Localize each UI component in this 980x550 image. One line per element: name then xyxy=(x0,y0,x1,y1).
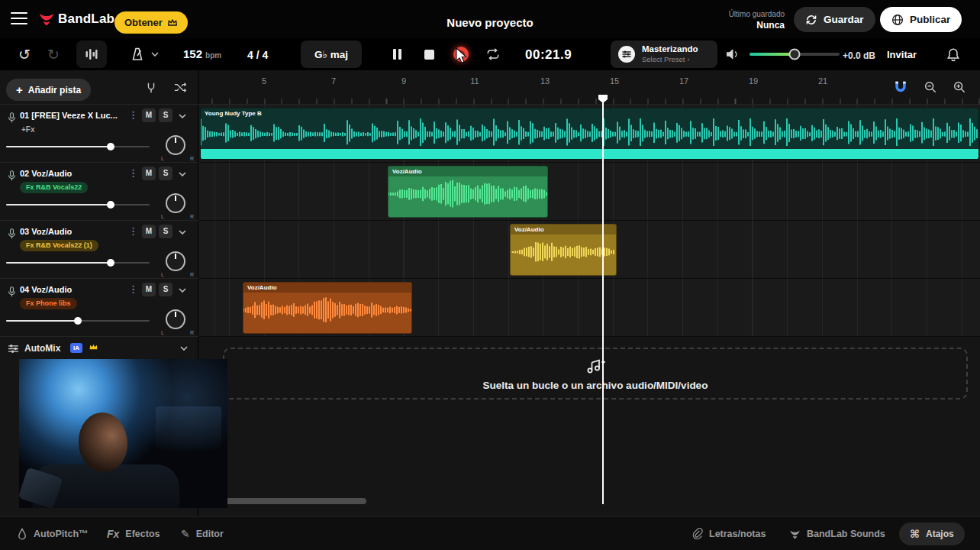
key-signature-value: G♭ maj xyxy=(314,48,348,60)
pan-knob[interactable] xyxy=(166,135,185,155)
track-header[interactable]: 01 [FREE] Veeze X Luc... ⋮ M S +Fx L R xyxy=(0,105,198,163)
bar-number: 11 xyxy=(470,76,479,86)
track-options-icon[interactable]: ⋮ xyxy=(128,283,137,295)
paperclip-icon xyxy=(691,528,703,540)
autopitch-button[interactable]: AutoPitch™ xyxy=(17,517,89,550)
tempo-display[interactable]: 152 bpm xyxy=(183,47,221,60)
bar-number: 17 xyxy=(679,76,688,86)
notifications-button[interactable] xyxy=(946,47,960,62)
effects-button[interactable]: Fx Efectos xyxy=(107,517,160,550)
audio-clip[interactable]: Voz/Audio xyxy=(510,224,617,276)
track-volume-slider[interactable] xyxy=(6,315,150,326)
bar-number: 19 xyxy=(749,76,758,86)
undo-button[interactable]: ↺ xyxy=(11,40,38,68)
track-collapse-icon[interactable] xyxy=(179,230,186,235)
fx-preset-badge[interactable]: Fx R&B Vocals22 (1) xyxy=(20,240,98,251)
metronome-button[interactable] xyxy=(121,40,168,68)
routing-icon[interactable] xyxy=(174,82,187,93)
microphone-icon xyxy=(8,170,16,182)
automix-row[interactable]: AutoMix IA xyxy=(0,337,198,360)
fx-preset-badge[interactable]: Fx R&B Vocals22 xyxy=(20,182,88,193)
solo-button[interactable]: S xyxy=(159,283,172,296)
volume-knob[interactable] xyxy=(789,49,801,60)
mastering-preset: Select Preset › xyxy=(642,55,698,63)
track-options-icon[interactable]: ⋮ xyxy=(128,167,137,179)
add-track-button[interactable]: + Añadir pista xyxy=(6,79,91,101)
mute-button[interactable]: M xyxy=(142,167,156,180)
redo-icon: ↻ xyxy=(47,47,60,62)
key-signature-button[interactable]: G♭ maj xyxy=(301,40,362,68)
horizontal-scrollbar[interactable] xyxy=(221,498,366,504)
shortcuts-button[interactable]: ⌘ Atajos xyxy=(899,522,965,545)
chevron-down-icon[interactable] xyxy=(180,346,188,351)
track-number: 03 xyxy=(20,227,29,236)
metronome-icon xyxy=(130,47,145,62)
speaker-icon[interactable] xyxy=(725,48,740,60)
audio-clip[interactable]: Voz/Audio xyxy=(388,166,548,218)
solo-button[interactable]: S xyxy=(159,225,172,238)
track-options-icon[interactable]: ⋮ xyxy=(128,225,137,237)
pan-knob[interactable] xyxy=(166,309,185,329)
loop-icon xyxy=(485,47,501,61)
last-saved-info: Último guardado Nunca xyxy=(729,10,785,31)
bandlab-sounds-button[interactable]: BandLab Sounds xyxy=(789,517,885,550)
bell-icon xyxy=(946,47,960,62)
save-button[interactable]: Guardar xyxy=(794,7,875,32)
bar-number: 7 xyxy=(331,76,336,86)
zoom-out-icon[interactable] xyxy=(924,80,937,94)
lyrics-notes-button[interactable]: Letras/notas xyxy=(691,517,766,550)
timeline-lanes[interactable]: Young Nudy Type B Voz/Audio Voz/Audio Vo… xyxy=(198,105,980,516)
invite-button[interactable]: Invitar xyxy=(887,49,917,60)
track-collapse-icon[interactable] xyxy=(179,288,186,293)
add-fx-button[interactable]: +Fx xyxy=(21,125,35,134)
mastering-button[interactable]: Masterizando Select Preset › xyxy=(611,40,717,68)
track-collapse-icon[interactable] xyxy=(179,114,186,118)
redo-button[interactable]: ↻ xyxy=(40,40,67,68)
pan-left-label: L xyxy=(161,272,164,277)
playhead[interactable] xyxy=(602,95,604,504)
clip-label: Voz/Audio xyxy=(247,284,277,291)
pan-knob[interactable] xyxy=(166,193,185,213)
loop-button[interactable] xyxy=(479,40,507,68)
mute-button[interactable]: M xyxy=(142,108,156,122)
undo-icon: ↺ xyxy=(18,47,31,62)
editor-button[interactable]: ✎ Editor xyxy=(181,517,224,550)
pause-button[interactable] xyxy=(383,40,411,68)
bar-number: 15 xyxy=(610,76,619,86)
mute-button[interactable]: M xyxy=(142,283,156,296)
command-icon: ⌘ xyxy=(910,529,920,539)
zoom-in-icon[interactable] xyxy=(953,80,966,94)
timeline-ruler[interactable]: 5 7 9 11 13 15 17 19 21 xyxy=(198,70,980,105)
track-collapse-icon[interactable] xyxy=(179,172,186,176)
track-number: 02 xyxy=(20,169,29,178)
automix-icon xyxy=(8,344,19,354)
time-signature[interactable]: 4 / 4 xyxy=(247,49,268,61)
audio-clip[interactable]: Young Nudy Type B xyxy=(200,108,979,160)
fx-preset-badge[interactable]: Fx Phone libs xyxy=(20,298,77,309)
master-volume-slider[interactable] xyxy=(750,53,840,56)
track-volume-slider[interactable] xyxy=(6,199,150,210)
solo-button[interactable]: S xyxy=(159,108,172,122)
track-volume-slider[interactable] xyxy=(6,257,150,268)
pan-knob[interactable] xyxy=(166,251,185,271)
loops-browser-button[interactable] xyxy=(76,40,107,68)
ruler-tick-marks xyxy=(198,99,980,104)
stop-button[interactable] xyxy=(415,40,443,68)
audio-clip[interactable]: Voz/Audio xyxy=(243,282,412,334)
loops-browser-icon xyxy=(85,47,98,61)
track-header[interactable]: 03 Voz/Audio ⋮ M S Fx R&B Vocals22 (1) L… xyxy=(0,221,198,279)
track-volume-slider[interactable] xyxy=(6,141,150,152)
add-track-label: Añadir pista xyxy=(28,85,81,95)
snap-magnet-icon[interactable] xyxy=(895,80,907,93)
mute-button[interactable]: M xyxy=(142,225,156,238)
dropzone[interactable]: Suelta un bucle o un archivo audio/MIDI/… xyxy=(223,348,968,400)
publish-label: Publicar xyxy=(910,14,950,25)
solo-button[interactable]: S xyxy=(159,167,172,180)
publish-button[interactable]: Publicar xyxy=(880,7,962,32)
track-header[interactable]: 02 Voz/Audio ⋮ M S Fx R&B Vocals22 L R xyxy=(0,163,198,221)
webcam-background-object xyxy=(156,406,221,448)
track-header[interactable]: 04 Voz/Audio ⋮ M S Fx Phone libs L R xyxy=(0,279,198,337)
bottombar: AutoPitch™ Fx Efectos ✎ Editor Letras/no… xyxy=(0,516,980,550)
tuner-icon[interactable] xyxy=(145,82,157,94)
track-options-icon[interactable]: ⋮ xyxy=(128,109,137,121)
